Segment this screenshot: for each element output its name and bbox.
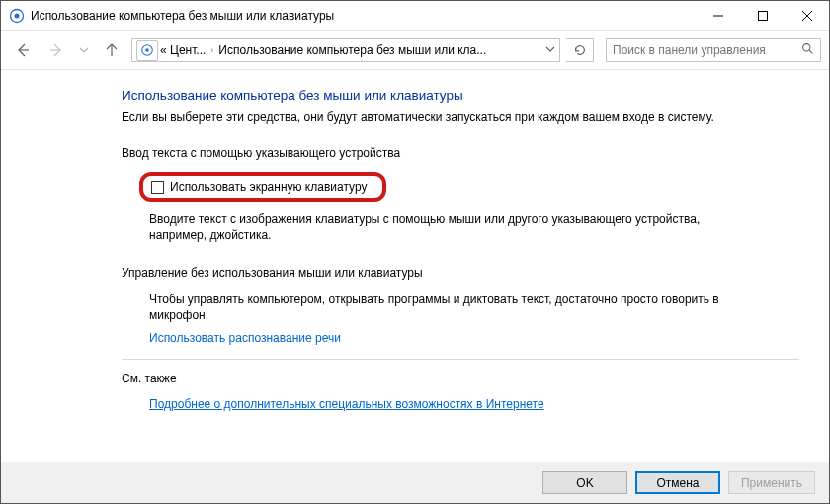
maximize-button[interactable]: [740, 1, 785, 30]
minimize-button[interactable]: [696, 1, 740, 30]
forward-button[interactable]: [42, 37, 70, 64]
onscreen-keyboard-label[interactable]: Использовать экранную клавиатуру: [170, 180, 367, 194]
chevron-right-icon: ›: [210, 45, 213, 55]
window-controls: [696, 1, 829, 30]
divider: [122, 359, 799, 360]
breadcrumb-app-icon: [136, 40, 158, 61]
breadcrumb-current[interactable]: Использование компьютера без мыши или кл…: [218, 43, 486, 57]
breadcrumb-prefix[interactable]: « Цент...: [160, 43, 206, 57]
breadcrumb[interactable]: « Цент... › Использование компьютера без…: [131, 38, 560, 62]
highlighted-option: Использовать экранную клавиатуру: [139, 172, 386, 202]
cancel-button[interactable]: Отмена: [635, 471, 720, 494]
app-icon: [9, 8, 25, 24]
search-input[interactable]: [613, 43, 801, 57]
section-no-mouse-keyboard: Управление без использования мыши или кл…: [122, 266, 829, 345]
content-area: Использование компьютера без мыши или кл…: [1, 70, 829, 462]
svg-rect-3: [758, 11, 767, 20]
back-button[interactable]: [9, 37, 37, 64]
section-heading: См. также: [122, 372, 829, 385]
section-body: Чтобы управлять компьютером, открывать п…: [149, 292, 742, 323]
svg-line-12: [809, 50, 812, 53]
accessibility-online-link[interactable]: Подробнее о дополнительных специальных в…: [149, 397, 544, 411]
up-button[interactable]: [98, 37, 125, 64]
page-title: Использование компьютера без мыши или кл…: [122, 88, 829, 103]
section-heading: Ввод текста с помощью указывающего устро…: [122, 146, 829, 160]
toolbar: « Цент... › Использование компьютера без…: [1, 31, 829, 70]
control-panel-window: Использование компьютера без мыши или кл…: [0, 0, 830, 504]
apply-button[interactable]: Применить: [728, 471, 815, 494]
titlebar: Использование компьютера без мыши или кл…: [1, 1, 829, 31]
close-button[interactable]: [785, 1, 829, 30]
section-body: Вводите текст с изображения клавиатуры с…: [149, 211, 742, 243]
page-description: Если вы выберете эти средства, они будут…: [122, 109, 764, 125]
chevron-down-icon[interactable]: [545, 44, 555, 56]
section-pointing-device: Ввод текста с помощью указывающего устро…: [122, 146, 829, 243]
onscreen-keyboard-checkbox[interactable]: [151, 181, 164, 194]
recent-dropdown[interactable]: [76, 37, 92, 64]
svg-point-11: [803, 43, 810, 50]
section-see-also: См. также Подробнее о дополнительных спе…: [122, 372, 829, 411]
footer-buttons: OK Отмена Применить: [1, 462, 829, 503]
svg-point-10: [145, 48, 149, 52]
window-title: Использование компьютера без мыши или кл…: [31, 9, 334, 23]
search-icon[interactable]: [801, 42, 814, 58]
section-heading: Управление без использования мыши или кл…: [122, 266, 829, 280]
refresh-button[interactable]: [566, 38, 594, 62]
search-box[interactable]: [606, 38, 821, 62]
ok-button[interactable]: OK: [542, 471, 627, 494]
speech-recognition-link[interactable]: Использовать распознавание речи: [149, 331, 341, 345]
svg-point-1: [15, 13, 20, 18]
